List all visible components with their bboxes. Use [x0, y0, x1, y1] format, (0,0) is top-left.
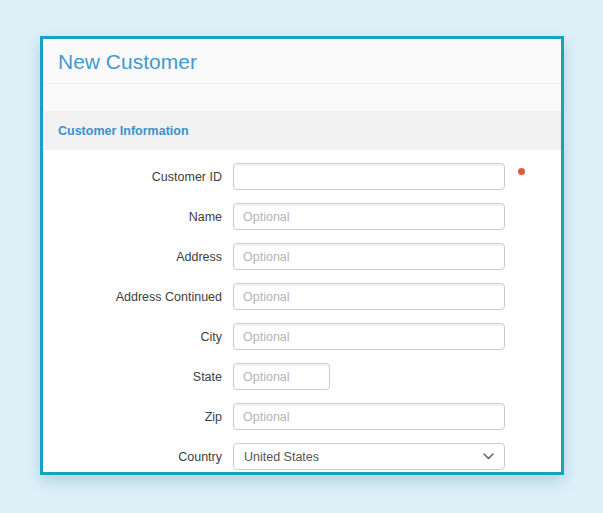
address-continued-input[interactable] [233, 283, 505, 310]
address-input[interactable] [233, 243, 505, 270]
form-row: Zip [43, 403, 561, 430]
chevron-down-icon [483, 453, 494, 460]
zip-input[interactable] [233, 403, 505, 430]
state-input[interactable] [233, 363, 330, 390]
field-label: Country [43, 450, 222, 464]
form-row: Address Continued [43, 283, 561, 310]
field-label: Zip [43, 410, 222, 424]
section-header: Customer Information [43, 111, 561, 150]
field-label: State [43, 370, 222, 384]
form-row: Name [43, 203, 561, 230]
select-value: United States [244, 450, 319, 464]
customer-id-input[interactable] [233, 163, 505, 190]
field-label: Customer ID [43, 170, 222, 184]
dialog-title-bar: New Customer [43, 39, 561, 84]
country-select[interactable]: United States [233, 443, 505, 470]
page-background: { "window": { "title": "New Customer", "… [0, 0, 603, 513]
form-fields: Customer ID Name Address Address Continu… [43, 150, 561, 470]
form-row: City [43, 323, 561, 350]
title-spacer [43, 84, 561, 111]
form-row: Country United States [43, 443, 561, 470]
field-label: Address Continued [43, 290, 222, 304]
form-row: State [43, 363, 561, 390]
new-customer-dialog: New Customer Customer Information Custom… [40, 36, 564, 475]
form-row: Customer ID [43, 163, 561, 190]
city-input[interactable] [233, 323, 505, 350]
field-label: Name [43, 210, 222, 224]
page-title: New Customer [58, 50, 197, 73]
required-dot [518, 168, 525, 175]
field-label: Address [43, 250, 222, 264]
name-input[interactable] [233, 203, 505, 230]
form-row: Address [43, 243, 561, 270]
section-title: Customer Information [58, 124, 189, 138]
field-label: City [43, 330, 222, 344]
